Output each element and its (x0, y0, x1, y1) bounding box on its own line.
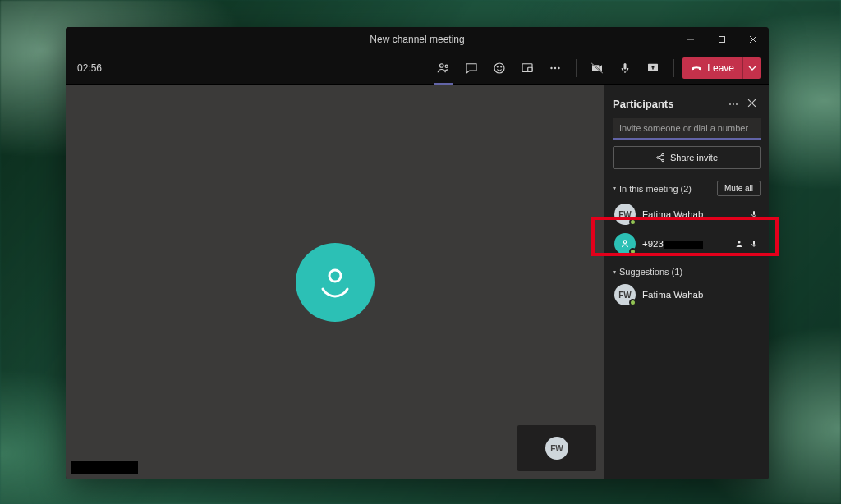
svg-point-30 (738, 241, 740, 243)
invite-input[interactable] (613, 118, 761, 140)
svg-point-19 (329, 270, 341, 282)
participant-row[interactable]: +923 (613, 229, 761, 259)
participant-name: Fatima Wahab (642, 209, 742, 219)
window-controls (675, 27, 769, 52)
self-view[interactable]: FW (517, 425, 596, 471)
svg-point-11 (551, 66, 553, 68)
meeting-toolbar: 02:56 (66, 52, 769, 85)
presence-indicator (629, 299, 636, 306)
participant-row[interactable]: FW Fatima Wahab (613, 199, 761, 229)
video-stage: FW (66, 85, 604, 479)
participants-toggle-button[interactable] (431, 56, 456, 80)
redacted-caption (71, 461, 138, 474)
section-suggestions[interactable]: ▾ Suggestions (1) (613, 267, 761, 277)
svg-point-7 (498, 66, 499, 67)
svg-rect-31 (753, 241, 755, 245)
participant-name: +923 (642, 239, 728, 249)
meeting-window: New channel meeting 02:56 (66, 27, 769, 479)
share-invite-label: Share invite (670, 153, 718, 163)
camera-button[interactable] (585, 56, 609, 80)
leave-label: Leave (707, 62, 734, 74)
participants-panel: Participants ⋯ Share invite ▾ In this me… (604, 85, 769, 479)
svg-line-25 (659, 155, 662, 158)
mic-icon (749, 239, 759, 249)
close-button[interactable] (738, 27, 769, 52)
separator (576, 59, 577, 77)
mic-icon (749, 209, 759, 219)
separator (673, 59, 674, 77)
svg-point-6 (494, 63, 504, 73)
chevron-down-icon: ▾ (613, 268, 616, 276)
participant-name: Fatima Wahab (642, 290, 759, 300)
mic-button[interactable] (613, 56, 637, 80)
share-screen-button[interactable] (641, 56, 665, 80)
section-label: In this meeting (2) (619, 184, 717, 194)
leave-menu-button[interactable] (742, 57, 761, 79)
avatar: FW (614, 284, 636, 305)
svg-point-5 (445, 65, 448, 67)
suggestion-row[interactable]: FW Fatima Wahab (613, 280, 761, 309)
svg-line-26 (659, 158, 662, 161)
panel-close-button[interactable] (742, 99, 761, 110)
svg-point-29 (623, 241, 627, 244)
svg-point-4 (440, 63, 444, 67)
share-invite-button[interactable]: Share invite (613, 146, 761, 169)
section-in-meeting[interactable]: ▾ In this meeting (2) Mute all (613, 181, 761, 196)
svg-rect-10 (528, 67, 532, 71)
mute-all-button[interactable]: Mute all (717, 181, 761, 196)
svg-point-13 (558, 66, 560, 68)
panel-more-button[interactable]: ⋯ (724, 99, 742, 110)
chat-button[interactable] (459, 56, 484, 80)
rooms-button[interactable] (515, 56, 540, 80)
chevron-down-icon: ▾ (613, 185, 616, 192)
more-actions-button[interactable] (543, 56, 568, 80)
active-speaker-avatar (296, 243, 375, 322)
call-timer: 02:56 (77, 62, 102, 74)
minimize-button[interactable] (675, 27, 706, 52)
presence-indicator (629, 218, 636, 226)
avatar: FW (614, 204, 636, 225)
window-title: New channel meeting (370, 34, 464, 45)
svg-rect-27 (753, 211, 755, 215)
presence-indicator (629, 248, 636, 255)
leave-button[interactable]: Leave (682, 57, 742, 79)
reactions-button[interactable] (487, 56, 512, 80)
avatar (614, 233, 636, 254)
maximize-button[interactable] (706, 27, 738, 52)
panel-title: Participants (613, 98, 724, 110)
titlebar: New channel meeting (66, 27, 769, 52)
section-label: Suggestions (1) (619, 267, 761, 277)
svg-rect-16 (624, 63, 627, 70)
svg-point-12 (554, 66, 556, 68)
svg-rect-1 (719, 37, 725, 43)
redacted-number (664, 241, 703, 249)
svg-point-8 (501, 66, 502, 67)
self-avatar: FW (545, 437, 568, 460)
guest-icon (734, 239, 744, 249)
